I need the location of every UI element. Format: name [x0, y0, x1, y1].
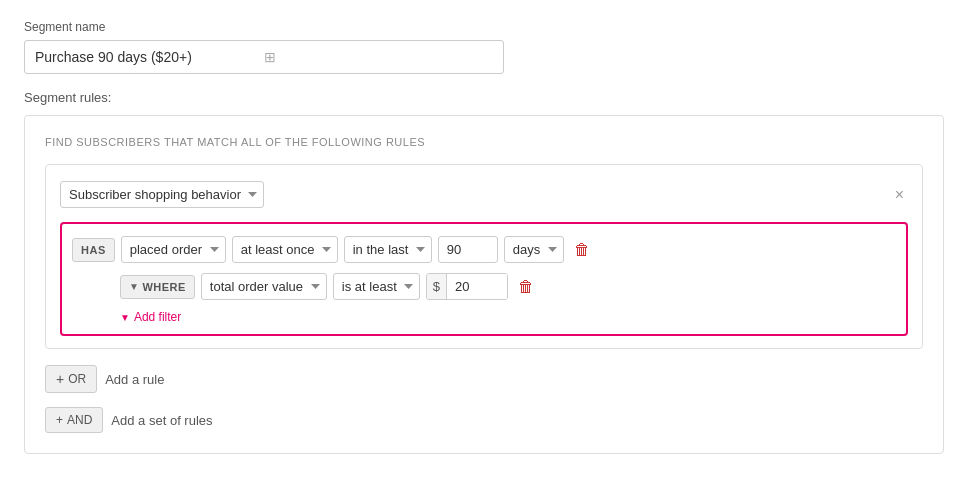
rule-block: Subscriber shopping behavior × HAS place… — [45, 164, 923, 349]
add-filter-link[interactable]: ▼ Add filter — [72, 310, 896, 324]
filter-icon: ▼ — [129, 281, 139, 292]
and-label: AND — [67, 413, 92, 427]
segment-name-field[interactable]: Purchase 90 days ($20+) ⊞ — [24, 40, 504, 74]
behavior-dropdown[interactable]: Subscriber shopping behavior — [60, 181, 264, 208]
segment-name-section: Segment name Purchase 90 days ($20+) ⊞ — [24, 20, 944, 74]
where-text: WHERE — [142, 281, 185, 293]
and-row: + AND Add a set of rules — [45, 407, 923, 433]
or-plus-icon: + — [56, 371, 64, 387]
days-unit-select[interactable]: days — [504, 236, 564, 263]
or-row: + OR Add a rule — [45, 365, 923, 393]
add-filter-icon: ▼ — [120, 312, 130, 323]
segment-rules-label: Segment rules: — [24, 90, 944, 105]
segment-name-label: Segment name — [24, 20, 944, 34]
add-rules-link[interactable]: Add a set of rules — [111, 413, 212, 428]
or-button[interactable]: + OR — [45, 365, 97, 393]
segment-name-value: Purchase 90 days ($20+) — [35, 49, 264, 65]
or-label: OR — [68, 372, 86, 386]
frequency-select[interactable]: at least once — [232, 236, 338, 263]
days-input[interactable] — [438, 236, 498, 263]
has-condition-row: HAS placed order at least once in the la… — [72, 236, 896, 263]
rules-container: FIND SUBSCRIBERS THAT MATCH ALL OF THE F… — [24, 115, 944, 454]
dollar-prefix: $ — [427, 274, 447, 299]
rule-block-header: Subscriber shopping behavior × — [60, 181, 908, 208]
placed-order-select[interactable]: placed order — [121, 236, 226, 263]
where-label: ▼ WHERE — [120, 275, 195, 299]
and-button[interactable]: + AND — [45, 407, 103, 433]
and-plus-icon: + — [56, 413, 63, 427]
rules-header: FIND SUBSCRIBERS THAT MATCH ALL OF THE F… — [45, 136, 923, 148]
order-value-select[interactable]: total order value — [201, 273, 327, 300]
comparison-select[interactable]: is at least — [333, 273, 420, 300]
has-label: HAS — [72, 238, 115, 262]
delete-condition-button[interactable]: 🗑 — [570, 240, 594, 260]
close-button[interactable]: × — [891, 185, 908, 205]
time-period-select[interactable]: in the last — [344, 236, 432, 263]
highlighted-section: HAS placed order at least once in the la… — [60, 222, 908, 336]
delete-where-button[interactable]: 🗑 — [514, 277, 538, 297]
where-row: ▼ WHERE total order value is at least $ … — [72, 273, 896, 300]
dollar-input-wrap: $ — [426, 273, 508, 300]
add-filter-label: Add filter — [134, 310, 181, 324]
add-rule-link[interactable]: Add a rule — [105, 372, 164, 387]
segment-name-icon[interactable]: ⊞ — [264, 49, 493, 65]
amount-input[interactable] — [447, 274, 507, 299]
